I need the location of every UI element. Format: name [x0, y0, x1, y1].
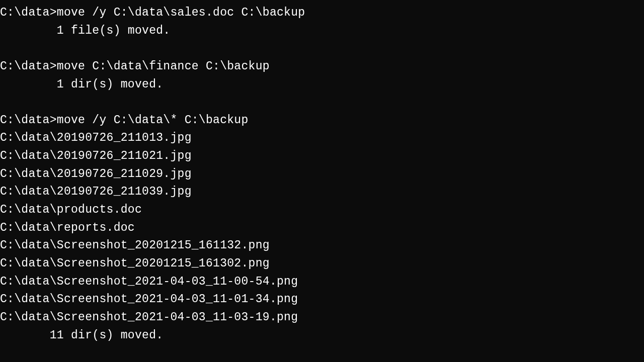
terminal-line: C:\data\20190726_211013.jpg — [0, 129, 644, 147]
terminal-line: 1 file(s) moved. — [0, 22, 644, 40]
blank-line — [0, 94, 644, 112]
terminal-line: C:\data\20190726_211021.jpg — [0, 147, 644, 165]
terminal-line: C:\data>move /y C:\data\* C:\backup — [0, 112, 644, 130]
terminal-line: C:\data\Screenshot_2021-04-03_11-01-34.p… — [0, 291, 644, 309]
terminal-line: C:\data\reports.doc — [0, 219, 644, 237]
blank-line — [0, 40, 644, 58]
terminal-line: C:\data>move /y C:\data\sales.doc C:\bac… — [0, 4, 644, 22]
terminal-output[interactable]: C:\data>move /y C:\data\sales.doc C:\bac… — [0, 4, 644, 344]
terminal-line: C:\data\Screenshot_20201215_161132.png — [0, 237, 644, 255]
terminal-line: C:\data\Screenshot_2021-04-03_11-03-19.p… — [0, 309, 644, 327]
terminal-line: C:\data\products.doc — [0, 201, 644, 219]
terminal-line: C:\data\20190726_211039.jpg — [0, 183, 644, 201]
terminal-line: 11 dir(s) moved. — [0, 327, 644, 345]
terminal-line: C:\data\Screenshot_20201215_161302.png — [0, 255, 644, 273]
terminal-line: C:\data>move C:\data\finance C:\backup — [0, 58, 644, 76]
terminal-line: C:\data\Screenshot_2021-04-03_11-00-54.p… — [0, 273, 644, 291]
terminal-line: C:\data\20190726_211029.jpg — [0, 165, 644, 184]
terminal-line: 1 dir(s) moved. — [0, 76, 644, 94]
